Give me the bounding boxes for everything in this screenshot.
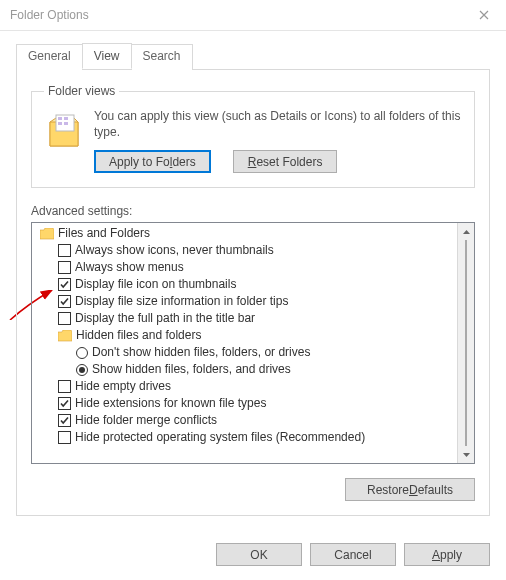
title-bar: Folder Options: [0, 0, 506, 31]
apply-button[interactable]: Apply: [404, 543, 490, 566]
tree-item-label: Hide extensions for known file types: [75, 395, 266, 412]
tree-item-label: Don't show hidden files, folders, or dri…: [92, 344, 310, 361]
svg-rect-2: [64, 117, 68, 120]
tree-item[interactable]: Hide empty drives: [36, 378, 457, 395]
checkbox-icon[interactable]: [58, 244, 71, 257]
ok-button[interactable]: OK: [216, 543, 302, 566]
tree-item-label: Display file icon on thumbnails: [75, 276, 236, 293]
svg-rect-3: [58, 122, 62, 125]
svg-rect-1: [58, 117, 62, 120]
tree-item-label: Hide protected operating system files (R…: [75, 429, 365, 446]
checkbox-icon[interactable]: [58, 278, 71, 291]
tree-item[interactable]: Don't show hidden files, folders, or dri…: [36, 344, 457, 361]
folder-views-legend: Folder views: [44, 84, 119, 98]
scrollbar-thumb[interactable]: [465, 240, 467, 446]
tree-item-label: Display the full path in the title bar: [75, 310, 255, 327]
checkbox-icon[interactable]: [58, 312, 71, 325]
tab-search[interactable]: Search: [131, 44, 193, 70]
reset-folders-button[interactable]: Reset Folders: [233, 150, 338, 173]
tree-root: Files and Folders: [36, 225, 457, 242]
tree-item[interactable]: Show hidden files, folders, and drives: [36, 361, 457, 378]
checkbox-icon[interactable]: [58, 414, 71, 427]
radio-icon[interactable]: [76, 347, 88, 359]
radio-icon[interactable]: [76, 364, 88, 376]
scrollbar[interactable]: [457, 223, 474, 463]
svg-rect-4: [64, 122, 68, 125]
dialog-buttons: OK Cancel Apply: [216, 543, 490, 566]
tree-item-label: Always show menus: [75, 259, 184, 276]
advanced-settings-label: Advanced settings:: [31, 204, 475, 218]
restore-defaults-button[interactable]: Restore Defaults: [345, 478, 475, 501]
tab-general[interactable]: General: [16, 44, 83, 70]
tree-item[interactable]: Display the full path in the title bar: [36, 310, 457, 327]
tree-item[interactable]: Hide folder merge conflicts: [36, 412, 457, 429]
cancel-button[interactable]: Cancel: [310, 543, 396, 566]
checkbox-icon[interactable]: [58, 295, 71, 308]
tab-pane-view: Folder views You can apply this view (su…: [16, 69, 490, 516]
apply-to-folders-button[interactable]: Apply to Folders: [94, 150, 211, 173]
tree-item-label: Show hidden files, folders, and drives: [92, 361, 291, 378]
checkbox-icon[interactable]: [58, 397, 71, 410]
tab-strip: General View Search: [16, 43, 506, 69]
folder-views-icon: [44, 108, 84, 152]
folder-views-group: Folder views You can apply this view (su…: [31, 84, 475, 188]
tree-item[interactable]: Display file icon on thumbnails: [36, 276, 457, 293]
tree-item-label: Hide empty drives: [75, 378, 171, 395]
close-button[interactable]: [461, 0, 506, 31]
checkbox-icon[interactable]: [58, 431, 71, 444]
tree-item[interactable]: Display file size information in folder …: [36, 293, 457, 310]
checkbox-icon[interactable]: [58, 380, 71, 393]
tree-item[interactable]: Always show icons, never thumbnails: [36, 242, 457, 259]
advanced-settings-list[interactable]: Files and FoldersAlways show icons, neve…: [31, 222, 475, 464]
tree-item[interactable]: Always show menus: [36, 259, 457, 276]
folder-views-text: You can apply this view (such as Details…: [94, 108, 462, 140]
tree-item-label: Hide folder merge conflicts: [75, 412, 217, 429]
tree-subfolder: Hidden files and folders: [36, 327, 457, 344]
tree-item[interactable]: Hide protected operating system files (R…: [36, 429, 457, 446]
tab-view[interactable]: View: [82, 43, 132, 69]
tree-item[interactable]: Hide extensions for known file types: [36, 395, 457, 412]
checkbox-icon[interactable]: [58, 261, 71, 274]
scroll-up-icon[interactable]: [458, 223, 474, 240]
tree-item-label: Display file size information in folder …: [75, 293, 288, 310]
window-title: Folder Options: [10, 8, 461, 22]
scroll-down-icon[interactable]: [458, 446, 474, 463]
tree-item-label: Always show icons, never thumbnails: [75, 242, 274, 259]
